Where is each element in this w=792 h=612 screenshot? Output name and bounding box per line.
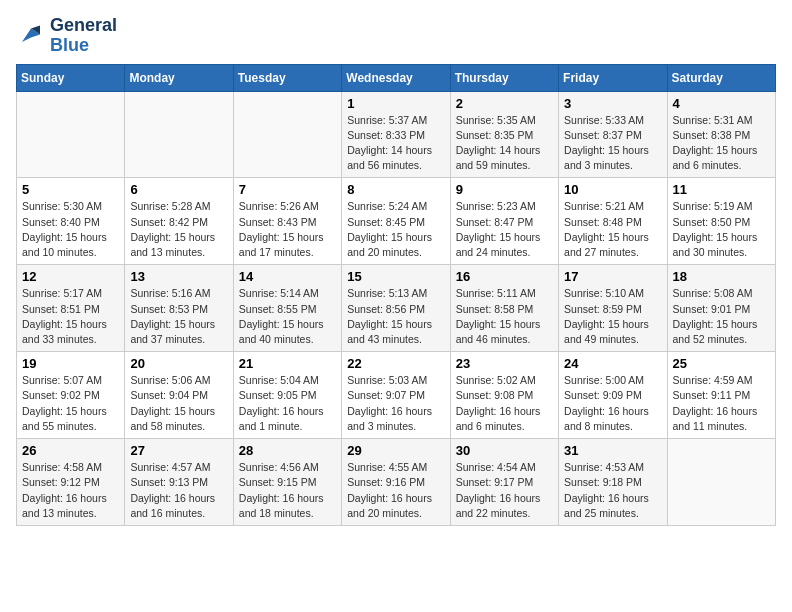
calendar-week-2: 5Sunrise: 5:30 AMSunset: 8:40 PMDaylight… xyxy=(17,178,776,265)
day-number: 22 xyxy=(347,356,444,371)
calendar-cell: 8Sunrise: 5:24 AMSunset: 8:45 PMDaylight… xyxy=(342,178,450,265)
day-info: Sunrise: 4:59 AMSunset: 9:11 PMDaylight:… xyxy=(673,373,770,434)
day-info: Sunrise: 5:31 AMSunset: 8:38 PMDaylight:… xyxy=(673,113,770,174)
day-number: 6 xyxy=(130,182,227,197)
calendar-cell: 7Sunrise: 5:26 AMSunset: 8:43 PMDaylight… xyxy=(233,178,341,265)
day-info: Sunrise: 5:28 AMSunset: 8:42 PMDaylight:… xyxy=(130,199,227,260)
day-info: Sunrise: 5:30 AMSunset: 8:40 PMDaylight:… xyxy=(22,199,119,260)
day-number: 14 xyxy=(239,269,336,284)
calendar-week-1: 1Sunrise: 5:37 AMSunset: 8:33 PMDaylight… xyxy=(17,91,776,178)
calendar-week-4: 19Sunrise: 5:07 AMSunset: 9:02 PMDayligh… xyxy=(17,352,776,439)
calendar-cell: 29Sunrise: 4:55 AMSunset: 9:16 PMDayligh… xyxy=(342,439,450,526)
calendar-cell: 17Sunrise: 5:10 AMSunset: 8:59 PMDayligh… xyxy=(559,265,667,352)
calendar-cell xyxy=(233,91,341,178)
day-number: 8 xyxy=(347,182,444,197)
calendar-cell: 27Sunrise: 4:57 AMSunset: 9:13 PMDayligh… xyxy=(125,439,233,526)
day-info: Sunrise: 5:10 AMSunset: 8:59 PMDaylight:… xyxy=(564,286,661,347)
day-number: 27 xyxy=(130,443,227,458)
calendar-cell: 24Sunrise: 5:00 AMSunset: 9:09 PMDayligh… xyxy=(559,352,667,439)
calendar-cell: 13Sunrise: 5:16 AMSunset: 8:53 PMDayligh… xyxy=(125,265,233,352)
day-info: Sunrise: 5:02 AMSunset: 9:08 PMDaylight:… xyxy=(456,373,553,434)
day-number: 1 xyxy=(347,96,444,111)
day-number: 26 xyxy=(22,443,119,458)
day-number: 20 xyxy=(130,356,227,371)
calendar-cell: 14Sunrise: 5:14 AMSunset: 8:55 PMDayligh… xyxy=(233,265,341,352)
calendar-week-3: 12Sunrise: 5:17 AMSunset: 8:51 PMDayligh… xyxy=(17,265,776,352)
day-number: 25 xyxy=(673,356,770,371)
calendar-cell: 10Sunrise: 5:21 AMSunset: 8:48 PMDayligh… xyxy=(559,178,667,265)
calendar-cell: 5Sunrise: 5:30 AMSunset: 8:40 PMDaylight… xyxy=(17,178,125,265)
weekday-header-tuesday: Tuesday xyxy=(233,64,341,91)
day-number: 2 xyxy=(456,96,553,111)
day-info: Sunrise: 4:54 AMSunset: 9:17 PMDaylight:… xyxy=(456,460,553,521)
calendar-cell: 6Sunrise: 5:28 AMSunset: 8:42 PMDaylight… xyxy=(125,178,233,265)
day-number: 21 xyxy=(239,356,336,371)
calendar-header: SundayMondayTuesdayWednesdayThursdayFrid… xyxy=(17,64,776,91)
day-number: 16 xyxy=(456,269,553,284)
day-info: Sunrise: 5:21 AMSunset: 8:48 PMDaylight:… xyxy=(564,199,661,260)
weekday-header-friday: Friday xyxy=(559,64,667,91)
logo: General Blue xyxy=(16,16,117,56)
calendar-cell xyxy=(667,439,775,526)
calendar-cell: 1Sunrise: 5:37 AMSunset: 8:33 PMDaylight… xyxy=(342,91,450,178)
day-info: Sunrise: 5:19 AMSunset: 8:50 PMDaylight:… xyxy=(673,199,770,260)
calendar-cell xyxy=(125,91,233,178)
day-info: Sunrise: 5:23 AMSunset: 8:47 PMDaylight:… xyxy=(456,199,553,260)
calendar-cell: 23Sunrise: 5:02 AMSunset: 9:08 PMDayligh… xyxy=(450,352,558,439)
day-info: Sunrise: 5:08 AMSunset: 9:01 PMDaylight:… xyxy=(673,286,770,347)
calendar-table: SundayMondayTuesdayWednesdayThursdayFrid… xyxy=(16,64,776,526)
day-info: Sunrise: 5:04 AMSunset: 9:05 PMDaylight:… xyxy=(239,373,336,434)
day-number: 30 xyxy=(456,443,553,458)
day-number: 4 xyxy=(673,96,770,111)
day-number: 18 xyxy=(673,269,770,284)
calendar-cell: 12Sunrise: 5:17 AMSunset: 8:51 PMDayligh… xyxy=(17,265,125,352)
calendar-cell: 31Sunrise: 4:53 AMSunset: 9:18 PMDayligh… xyxy=(559,439,667,526)
day-info: Sunrise: 4:55 AMSunset: 9:16 PMDaylight:… xyxy=(347,460,444,521)
day-number: 24 xyxy=(564,356,661,371)
day-number: 3 xyxy=(564,96,661,111)
weekday-header-thursday: Thursday xyxy=(450,64,558,91)
day-info: Sunrise: 5:16 AMSunset: 8:53 PMDaylight:… xyxy=(130,286,227,347)
day-number: 15 xyxy=(347,269,444,284)
calendar-cell: 20Sunrise: 5:06 AMSunset: 9:04 PMDayligh… xyxy=(125,352,233,439)
day-info: Sunrise: 4:58 AMSunset: 9:12 PMDaylight:… xyxy=(22,460,119,521)
page-header: General Blue xyxy=(16,16,776,56)
day-info: Sunrise: 5:24 AMSunset: 8:45 PMDaylight:… xyxy=(347,199,444,260)
calendar-cell: 26Sunrise: 4:58 AMSunset: 9:12 PMDayligh… xyxy=(17,439,125,526)
weekday-header-sunday: Sunday xyxy=(17,64,125,91)
calendar-cell: 19Sunrise: 5:07 AMSunset: 9:02 PMDayligh… xyxy=(17,352,125,439)
day-info: Sunrise: 5:11 AMSunset: 8:58 PMDaylight:… xyxy=(456,286,553,347)
day-info: Sunrise: 5:26 AMSunset: 8:43 PMDaylight:… xyxy=(239,199,336,260)
calendar-cell: 3Sunrise: 5:33 AMSunset: 8:37 PMDaylight… xyxy=(559,91,667,178)
day-number: 28 xyxy=(239,443,336,458)
day-info: Sunrise: 5:33 AMSunset: 8:37 PMDaylight:… xyxy=(564,113,661,174)
weekday-header-wednesday: Wednesday xyxy=(342,64,450,91)
day-number: 23 xyxy=(456,356,553,371)
day-info: Sunrise: 5:14 AMSunset: 8:55 PMDaylight:… xyxy=(239,286,336,347)
day-info: Sunrise: 5:35 AMSunset: 8:35 PMDaylight:… xyxy=(456,113,553,174)
day-number: 17 xyxy=(564,269,661,284)
day-number: 11 xyxy=(673,182,770,197)
logo-icon xyxy=(16,21,46,51)
calendar-cell xyxy=(17,91,125,178)
day-number: 5 xyxy=(22,182,119,197)
logo-text: General Blue xyxy=(50,16,117,56)
calendar-cell: 11Sunrise: 5:19 AMSunset: 8:50 PMDayligh… xyxy=(667,178,775,265)
calendar-cell: 25Sunrise: 4:59 AMSunset: 9:11 PMDayligh… xyxy=(667,352,775,439)
day-number: 29 xyxy=(347,443,444,458)
day-info: Sunrise: 5:03 AMSunset: 9:07 PMDaylight:… xyxy=(347,373,444,434)
calendar-cell: 9Sunrise: 5:23 AMSunset: 8:47 PMDaylight… xyxy=(450,178,558,265)
calendar-week-5: 26Sunrise: 4:58 AMSunset: 9:12 PMDayligh… xyxy=(17,439,776,526)
day-info: Sunrise: 4:57 AMSunset: 9:13 PMDaylight:… xyxy=(130,460,227,521)
day-info: Sunrise: 4:53 AMSunset: 9:18 PMDaylight:… xyxy=(564,460,661,521)
calendar-cell: 30Sunrise: 4:54 AMSunset: 9:17 PMDayligh… xyxy=(450,439,558,526)
day-info: Sunrise: 5:00 AMSunset: 9:09 PMDaylight:… xyxy=(564,373,661,434)
day-info: Sunrise: 4:56 AMSunset: 9:15 PMDaylight:… xyxy=(239,460,336,521)
weekday-header-monday: Monday xyxy=(125,64,233,91)
day-info: Sunrise: 5:17 AMSunset: 8:51 PMDaylight:… xyxy=(22,286,119,347)
day-number: 9 xyxy=(456,182,553,197)
calendar-cell: 18Sunrise: 5:08 AMSunset: 9:01 PMDayligh… xyxy=(667,265,775,352)
calendar-cell: 16Sunrise: 5:11 AMSunset: 8:58 PMDayligh… xyxy=(450,265,558,352)
day-info: Sunrise: 5:37 AMSunset: 8:33 PMDaylight:… xyxy=(347,113,444,174)
calendar-cell: 28Sunrise: 4:56 AMSunset: 9:15 PMDayligh… xyxy=(233,439,341,526)
